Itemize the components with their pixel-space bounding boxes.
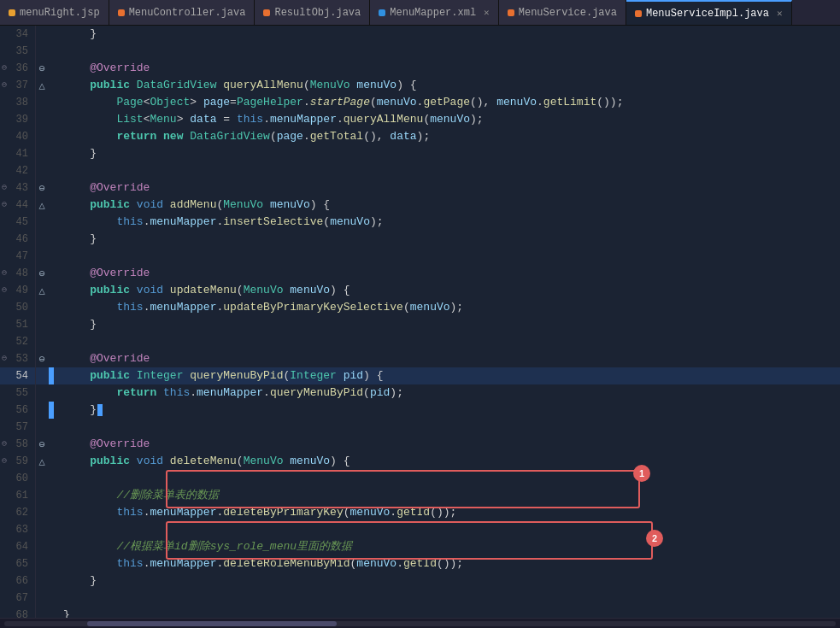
fold-50 — [36, 299, 48, 316]
line-56: 56 — [0, 402, 35, 419]
code-line-50: this.menuMapper.updateByPrimaryKeySelect… — [55, 299, 840, 316]
line-40: 40 — [0, 128, 35, 145]
line-62: 62 — [0, 504, 35, 521]
bp-64 — [48, 538, 55, 555]
bp-34 — [48, 26, 55, 43]
tab-bar: menuRight.jsp MenuController.java Result… — [0, 0, 840, 26]
line-54: 54 — [0, 367, 35, 384]
code-line-40: return new DataGridView(page.getTotal(),… — [55, 128, 840, 145]
bp-45 — [48, 214, 55, 231]
fold-59[interactable]: △ — [36, 453, 48, 470]
bp-60 — [48, 470, 55, 487]
code-line-45: this.menuMapper.insertSelective(menuVo); — [55, 214, 840, 231]
tab-menumapper[interactable]: MenuMapper.xml ✕ — [370, 0, 498, 26]
bp-41 — [48, 145, 55, 162]
bp-48 — [48, 265, 55, 282]
breakpoint-gutter — [48, 26, 55, 618]
code-line-63 — [55, 521, 840, 538]
code-line-52 — [55, 333, 840, 350]
tab-label: MenuController.java — [129, 7, 246, 19]
code-line-54: public Integer queryMenuByPid(Integer pi… — [55, 367, 840, 384]
bp-68 — [48, 607, 55, 618]
fold-62 — [36, 504, 48, 521]
tab-resultobj[interactable]: ResultObj.java — [255, 0, 370, 26]
bp-63 — [48, 521, 55, 538]
code-line-51: } — [55, 316, 840, 333]
line-49: 49 — [0, 282, 35, 299]
line-48: 48 — [0, 265, 35, 282]
line-63: 63 — [0, 521, 35, 538]
code-line-67 — [55, 590, 840, 607]
fold-64 — [36, 538, 48, 555]
tab-icon — [263, 9, 270, 16]
fold-44[interactable]: △ — [36, 197, 48, 214]
tab-menucontroller[interactable]: MenuController.java — [109, 0, 256, 26]
line-65: 65 — [0, 555, 35, 572]
code-line-62: this.menuMapper.deleteByPrimaryKey(menuV… — [55, 504, 840, 521]
bp-39 — [48, 111, 55, 128]
line-44: 44 — [0, 197, 35, 214]
code-area[interactable]: } @Override public DataGridView queryAll… — [55, 26, 840, 618]
code-line-61: //删除菜单表的数据 — [55, 487, 840, 504]
tab-menuservice[interactable]: MenuService.java — [499, 0, 626, 26]
fold-54 — [36, 367, 48, 384]
code-line-59: public void deleteMenu(MenuVo menuVo) { — [55, 453, 840, 470]
line-51: 51 — [0, 316, 35, 333]
fold-58[interactable]: ⊖ — [36, 436, 48, 453]
bp-66 — [48, 572, 55, 590]
line-58: 58 — [0, 436, 35, 453]
fold-51 — [36, 316, 48, 333]
bp-65 — [48, 555, 55, 572]
tab-menuright[interactable]: menuRight.jsp — [0, 0, 109, 26]
fold-66 — [36, 572, 48, 590]
fold-41 — [36, 145, 48, 162]
scroll-thumb[interactable] — [87, 621, 337, 626]
fold-43[interactable]: ⊖ — [36, 179, 48, 197]
tab-menuserviceimpl[interactable]: MenuServiceImpl.java ✕ — [626, 0, 792, 26]
fold-36[interactable]: ⊖ — [36, 60, 48, 77]
tab-close-active-icon[interactable]: ✕ — [777, 8, 783, 19]
fold-42 — [36, 162, 48, 179]
code-with-annotations: } @Override public DataGridView queryAll… — [55, 26, 840, 618]
line-36: 36 — [0, 60, 35, 77]
tab-label: menuRight.jsp — [20, 7, 100, 19]
fold-gutter: ⊖ △ ⊖ △ ⊖ △ ⊖ ⊖ △ — [36, 26, 48, 618]
bp-59 — [48, 453, 55, 470]
fold-65 — [36, 555, 48, 572]
line-55: 55 — [0, 384, 35, 402]
code-line-38: Page<Object> page=PageHelper.startPage(m… — [55, 94, 840, 111]
bp-42 — [48, 162, 55, 179]
code-line-56: } — [55, 402, 840, 419]
tab-close-icon[interactable]: ✕ — [484, 7, 490, 18]
line-34: 34 — [0, 26, 35, 43]
code-line-34: } — [55, 26, 840, 43]
code-lines: } @Override public DataGridView queryAll… — [55, 26, 840, 618]
code-line-46: } — [55, 231, 840, 248]
line-47: 47 — [0, 248, 35, 265]
fold-39 — [36, 111, 48, 128]
tab-icon — [508, 9, 514, 16]
line-53: 53 — [0, 350, 35, 367]
fold-57 — [36, 419, 48, 436]
code-line-53: @Override — [55, 350, 840, 367]
code-line-44: public void addMenu(MenuVo menuVo) { — [55, 197, 840, 214]
fold-34 — [36, 26, 48, 43]
fold-37[interactable]: △ — [36, 77, 48, 94]
scroll-track[interactable] — [4, 621, 836, 626]
tab-icon — [9, 9, 15, 16]
bp-38 — [48, 94, 55, 111]
bp-50 — [48, 299, 55, 316]
code-line-65: this.menuMapper.deleteRoleMenuByMid(menu… — [55, 555, 840, 572]
line-64: 64 — [0, 538, 35, 555]
bp-53 — [48, 350, 55, 367]
fold-48[interactable]: ⊖ — [36, 265, 48, 282]
bp-51 — [48, 316, 55, 333]
fold-53[interactable]: ⊖ — [36, 350, 48, 367]
line-37: 37 — [0, 77, 35, 94]
line-61: 61 — [0, 487, 35, 504]
fold-55 — [36, 384, 48, 402]
code-line-39: List<Menu> data = this.menuMapper.queryA… — [55, 111, 840, 128]
fold-63 — [36, 521, 48, 538]
fold-49[interactable]: △ — [36, 282, 48, 299]
line-50: 50 — [0, 299, 35, 316]
